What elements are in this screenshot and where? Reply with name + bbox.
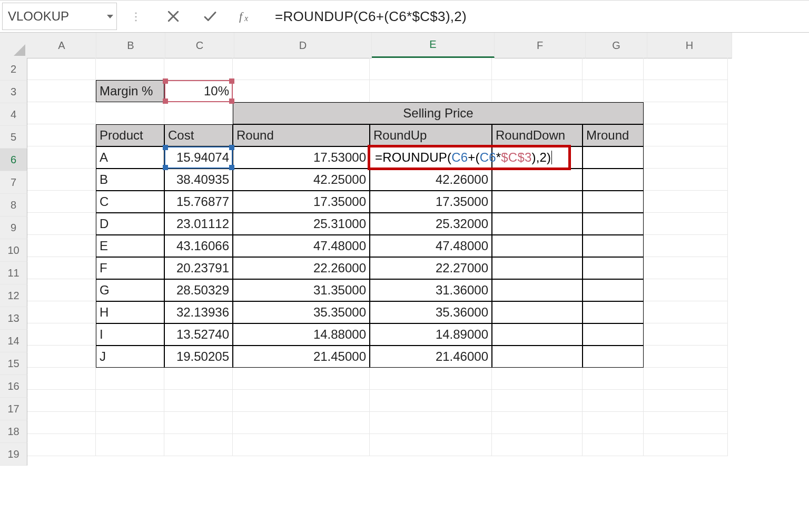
cell-G16[interactable]: [583, 368, 644, 390]
cell-G6[interactable]: [583, 146, 644, 169]
cell-F2[interactable]: [492, 58, 583, 80]
cell-F11[interactable]: [492, 257, 583, 279]
cell-E9[interactable]: 25.32000: [370, 213, 492, 235]
cell-B8[interactable]: C: [96, 191, 164, 213]
cell-G15[interactable]: [583, 346, 644, 368]
cell-C11[interactable]: 20.23791: [164, 257, 233, 279]
row-header-19[interactable]: 19: [0, 443, 27, 466]
row-header-8[interactable]: 8: [0, 194, 27, 216]
row-header-9[interactable]: 9: [0, 216, 27, 239]
cell-C13[interactable]: 32.13936: [164, 301, 233, 323]
cell-G5[interactable]: Mround: [583, 124, 644, 146]
cell-G10[interactable]: [583, 235, 644, 257]
row-header-12[interactable]: 12: [0, 284, 27, 307]
cell-B14[interactable]: I: [96, 323, 164, 346]
cell-C10[interactable]: 43.16066: [164, 235, 233, 257]
cell-B15[interactable]: J: [96, 346, 164, 368]
cell-G7[interactable]: [583, 169, 644, 191]
cell-F18[interactable]: [492, 412, 583, 434]
cell-H15[interactable]: [644, 346, 728, 368]
cell-B4[interactable]: [96, 102, 164, 124]
cell-D12[interactable]: 31.35000: [233, 279, 370, 301]
cell-E13[interactable]: 35.36000: [370, 301, 492, 323]
cell-D15[interactable]: 21.45000: [233, 346, 370, 368]
cell-H13[interactable]: [644, 301, 728, 323]
cell-A13[interactable]: [27, 301, 96, 323]
cell-F8[interactable]: [492, 191, 583, 213]
cell-A6[interactable]: [27, 146, 96, 169]
cell-A16[interactable]: [27, 368, 96, 390]
cell-D11[interactable]: 22.26000: [233, 257, 370, 279]
cell-G2[interactable]: [583, 58, 644, 80]
row-header-6[interactable]: 6: [0, 149, 27, 171]
column-header-G[interactable]: G: [586, 33, 647, 58]
cell-D9[interactable]: 25.31000: [233, 213, 370, 235]
cell-E15[interactable]: 21.46000: [370, 346, 492, 368]
cell-A8[interactable]: [27, 191, 96, 213]
column-header-F[interactable]: F: [495, 33, 586, 58]
cell-F14[interactable]: [492, 323, 583, 346]
cell-A17[interactable]: [27, 390, 96, 412]
cell-E11[interactable]: 22.27000: [370, 257, 492, 279]
cell-G3[interactable]: [583, 80, 644, 102]
cell-F5[interactable]: RoundDown: [492, 124, 583, 146]
cell-A5[interactable]: [27, 124, 96, 146]
cell-E10[interactable]: 47.48000: [370, 235, 492, 257]
cell-D7[interactable]: 42.25000: [233, 169, 370, 191]
row-header-4[interactable]: 4: [0, 103, 27, 126]
cell-A15[interactable]: [27, 346, 96, 368]
row-header-14[interactable]: 14: [0, 330, 27, 352]
cell-A4[interactable]: [27, 102, 96, 124]
row-header-11[interactable]: 11: [0, 262, 27, 284]
cell-C18[interactable]: [164, 412, 233, 434]
cell-B16[interactable]: [96, 368, 164, 390]
cell-C3[interactable]: 10%: [164, 80, 233, 102]
cell-D17[interactable]: [233, 390, 370, 412]
row-header-17[interactable]: 17: [0, 398, 27, 420]
cell-D16[interactable]: [233, 368, 370, 390]
cell-D5[interactable]: Round: [233, 124, 370, 146]
cell-A18[interactable]: [27, 412, 96, 434]
cell-B2[interactable]: [96, 58, 164, 80]
cell-B10[interactable]: E: [96, 235, 164, 257]
cell-C8[interactable]: 15.76877: [164, 191, 233, 213]
cell-A14[interactable]: [27, 323, 96, 346]
cell-H9[interactable]: [644, 213, 728, 235]
row-header-15[interactable]: 15: [0, 352, 27, 375]
cell-G17[interactable]: [583, 390, 644, 412]
row-header-7[interactable]: 7: [0, 171, 27, 194]
cell-D13[interactable]: 35.35000: [233, 301, 370, 323]
cell-A7[interactable]: [27, 169, 96, 191]
cell-G8[interactable]: [583, 191, 644, 213]
cell-C5[interactable]: Cost: [164, 124, 233, 146]
cell-A10[interactable]: [27, 235, 96, 257]
cell-D6[interactable]: 17.53000: [233, 146, 370, 169]
cell-B6[interactable]: A: [96, 146, 164, 169]
cell-F15[interactable]: [492, 346, 583, 368]
cell-B3[interactable]: Margin %: [96, 80, 164, 102]
cell-B17[interactable]: [96, 390, 164, 412]
cell-G19[interactable]: [583, 434, 644, 456]
cell-G18[interactable]: [583, 412, 644, 434]
cell-E16[interactable]: [370, 368, 492, 390]
row-header-5[interactable]: 5: [0, 126, 27, 149]
cell-G12[interactable]: [583, 279, 644, 301]
cell-F10[interactable]: [492, 235, 583, 257]
cell-F7[interactable]: [492, 169, 583, 191]
cell-E2[interactable]: [370, 58, 492, 80]
cell-E19[interactable]: [370, 434, 492, 456]
cell-F16[interactable]: [492, 368, 583, 390]
column-header-E[interactable]: E: [372, 33, 495, 58]
cell-E5[interactable]: RoundUp: [370, 124, 492, 146]
cell-E18[interactable]: [370, 412, 492, 434]
cell-F12[interactable]: [492, 279, 583, 301]
cell-H16[interactable]: [644, 368, 728, 390]
column-header-H[interactable]: H: [647, 33, 732, 58]
cell-G14[interactable]: [583, 323, 644, 346]
cell-A9[interactable]: [27, 213, 96, 235]
cell-A19[interactable]: [27, 434, 96, 456]
cell-D19[interactable]: [233, 434, 370, 456]
cell-C9[interactable]: 23.01112: [164, 213, 233, 235]
cell-D8[interactable]: 17.35000: [233, 191, 370, 213]
cell-H14[interactable]: [644, 323, 728, 346]
